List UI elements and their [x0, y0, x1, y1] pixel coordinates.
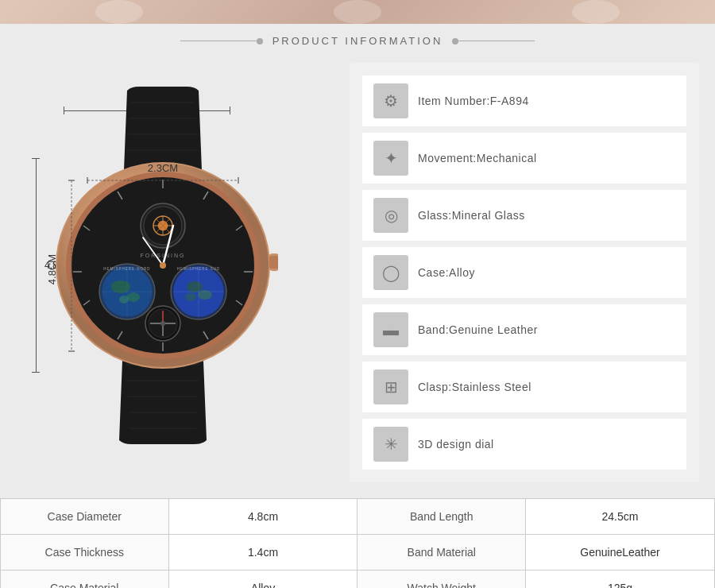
case-icon: ◯ [373, 255, 408, 290]
svg-point-46 [187, 281, 203, 292]
spec-text-0: Item Number:F-A894 [418, 95, 529, 107]
spec-row-2: ◎Glass:Mineral Glass [362, 190, 686, 241]
spec-text-4: Band:Genuine Leather [418, 323, 538, 336]
svg-point-39 [127, 292, 140, 302]
spec-row-4: ▬Band:Genuine Leather [362, 304, 686, 355]
spec-text-5: Clasp:Stainless Steel [418, 381, 531, 393]
dim-mid-line-v [36, 159, 37, 372]
spec-row-5: ⊞Clasp:Stainless Steel [362, 362, 686, 412]
table-row-2: Case MaterialAlloyWatch Weight125g [1, 571, 715, 589]
table-row-0: Case Diameter4.8cmBand Length24.5cm [1, 499, 715, 535]
product-header: PRODUCT INFORMATION [0, 24, 715, 55]
table-value-1-0: 4.8cm [168, 499, 358, 535]
specs-section: ⚙Item Number:F-A894✦Movement:Mechanical◎… [350, 63, 699, 482]
main-content: 2.3CM 4.8CM [0, 55, 715, 498]
table-value-1-1: 1.4cm [168, 535, 358, 571]
table-label-1-0: Case Diameter [1, 499, 169, 535]
svg-point-38 [111, 280, 130, 293]
svg-rect-12 [269, 256, 278, 269]
svg-point-58 [160, 321, 165, 326]
strip-shape-2 [334, 0, 381, 24]
movement-icon: ✦ [373, 141, 408, 176]
dim-end-bottom [32, 372, 40, 373]
table-label-2-2: Watch Weight [358, 571, 526, 589]
spec-text-6: 3D design dial [418, 438, 494, 451]
spec-row-0: ⚙Item Number:F-A894 [362, 75, 686, 126]
spec-row-1: ✦Movement:Mechanical [362, 133, 686, 184]
header-line-right [180, 41, 260, 41]
table-label-2-0: Band Length [358, 499, 526, 535]
table-label-1-1: Case Thickness [1, 535, 169, 571]
table-row-1: Case Thickness1.4cmBand MaterialGenuineL… [1, 535, 715, 571]
spec-text-2: Glass:Mineral Glass [418, 209, 525, 222]
top-strip [0, 0, 715, 24]
strip-shape-3 [572, 0, 620, 24]
svg-text:4.8CM: 4.8CM [48, 254, 58, 284]
specs-table: Case Diameter4.8cmBand Length24.5cmCase … [0, 498, 715, 588]
svg-text:FORSINING: FORSINING [141, 253, 186, 258]
product-info-title: PRODUCT INFORMATION [272, 35, 443, 47]
table-label-1-2: Case Material [1, 571, 169, 589]
table-label-2-1: Band Material [358, 535, 526, 571]
watch-section: 2.3CM 4.8CM [16, 63, 334, 482]
header-line-left [455, 41, 535, 41]
strip-shape-1 [95, 0, 143, 24]
spec-row-6: ✳3D design dial [362, 419, 686, 470]
svg-text:HEMISPHERE NORD: HEMISPHERE NORD [103, 267, 150, 271]
svg-point-61 [160, 262, 166, 269]
dial-icon: ✳ [373, 427, 408, 462]
clasp-icon: ⊞ [373, 369, 408, 404]
bottom-table-section: Case Diameter4.8cmBand Length24.5cmCase … [0, 498, 715, 588]
svg-point-48 [185, 293, 196, 301]
spec-text-1: Movement:Mechanical [418, 152, 537, 164]
dim-v-line [32, 158, 40, 373]
band-icon: ▬ [373, 312, 408, 347]
table-value-1-2: Alloy [168, 571, 358, 589]
table-value-2-2: 125g [526, 571, 715, 589]
svg-text:HEMISPHERE SUD: HEMISPHERE SUD [177, 267, 221, 271]
glass-icon: ◎ [373, 198, 408, 233]
watch-image: FORSINING HEMISPHERE NORD [48, 87, 278, 444]
svg-text:2.3CM: 2.3CM [148, 162, 178, 174]
table-value-2-1: GenuineLeather [526, 535, 715, 571]
gear-icon: ⚙ [373, 83, 408, 118]
spec-text-3: Case:Alloy [418, 266, 475, 279]
spec-row-3: ◯Case:Alloy [362, 247, 686, 298]
table-value-2-0: 24.5cm [526, 499, 715, 535]
